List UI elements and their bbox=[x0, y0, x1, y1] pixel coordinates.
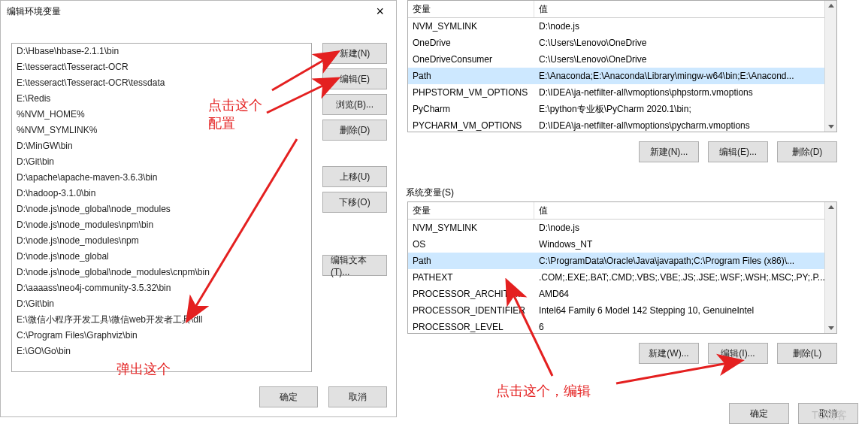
table-row[interactable]: PROCESSOR_ARCHITECT...AMD64 bbox=[408, 286, 836, 302]
final-cancel-button[interactable]: 取消 bbox=[798, 403, 858, 424]
list-item[interactable]: D:\node.js\node_global\node_modules bbox=[12, 201, 311, 217]
cell-variable: PROCESSOR_IDENTIFIER bbox=[408, 302, 534, 319]
sys-delete-button[interactable]: 删除(L) bbox=[777, 343, 837, 364]
table-header: 变量 值 bbox=[408, 1, 836, 18]
dialog-footer: 确定 取消 bbox=[259, 386, 387, 407]
table-row[interactable]: PROCESSOR_LEVEL6 bbox=[408, 319, 836, 334]
table-row[interactable]: PyCharmE:\python专业板\PyCharm 2020.1\bin; bbox=[408, 101, 836, 117]
cell-variable: PATHEXT bbox=[408, 269, 534, 286]
col-value[interactable]: 值 bbox=[534, 1, 836, 17]
list-item[interactable]: C:\Program Files\Graphviz\bin bbox=[12, 328, 311, 344]
list-item[interactable]: D:\node.js\node_modules\npm\bin bbox=[12, 217, 311, 233]
list-item[interactable]: %NVM_SYMLINK% bbox=[12, 123, 311, 138]
dialog-right-buttons: 新建(N) 编辑(E) 浏览(B)... 删除(D) 上移(U) 下移(O) 编… bbox=[322, 43, 387, 276]
list-item[interactable]: D:\aaaass\neo4j-community-3.5.32\bin bbox=[12, 280, 311, 296]
list-item[interactable]: D:\node.js\node_modules\npm bbox=[12, 233, 311, 249]
scrollbar[interactable] bbox=[824, 202, 836, 333]
close-icon[interactable]: × bbox=[370, 5, 390, 18]
cell-value: .COM;.EXE;.BAT;.CMD;.VBS;.VBE;.JS;.JSE;.… bbox=[534, 269, 836, 286]
cell-variable: Path bbox=[408, 68, 534, 84]
delete-button[interactable]: 删除(D) bbox=[322, 120, 387, 141]
list-item[interactable]: E:\Redis bbox=[12, 91, 311, 107]
user-new-button[interactable]: 新建(N)... bbox=[639, 141, 699, 162]
path-listbox[interactable]: D:\Hbase\hbase-2.1.1\binE:\tesseract\Tes… bbox=[11, 43, 312, 372]
sys-edit-button[interactable]: 编辑(I)... bbox=[708, 343, 768, 364]
system-variables-panel: 系统变量(S) 变量 值 NVM_SYMLINKD:\node.jsOSWind… bbox=[404, 186, 866, 427]
list-item[interactable]: D:\Hbase\hbase-2.1.1\bin bbox=[12, 44, 311, 59]
cell-variable: OneDrive bbox=[408, 35, 534, 51]
cell-value: AMD64 bbox=[534, 286, 836, 302]
edit-button[interactable]: 编辑(E) bbox=[322, 68, 387, 89]
cell-value: D:\IDEA\ja-netfilter-all\vmoptions\pycha… bbox=[534, 117, 836, 132]
list-item[interactable]: D:\apache\apache-maven-3.6.3\bin bbox=[12, 170, 311, 186]
cell-value: D:\node.js bbox=[534, 220, 836, 236]
list-item[interactable]: %NVM_HOME% bbox=[12, 107, 311, 123]
table-row[interactable]: NVM_SYMLINKD:\node.js bbox=[408, 18, 836, 35]
col-value[interactable]: 值 bbox=[534, 202, 836, 219]
cell-variable: PROCESSOR_ARCHITECT... bbox=[408, 286, 534, 302]
final-ok-button[interactable]: 确定 bbox=[729, 403, 789, 424]
system-vars-label: 系统变量(S) bbox=[406, 186, 866, 199]
table-row[interactable]: OSWindows_NT bbox=[408, 236, 836, 253]
cell-value: E:\python专业板\PyCharm 2020.1\bin; bbox=[534, 101, 836, 117]
cell-value: 6 bbox=[534, 319, 836, 334]
table-row[interactable]: PathC:\ProgramData\Oracle\Java\javapath;… bbox=[408, 253, 836, 269]
cell-value: C:\ProgramData\Oracle\Java\javapath;C:\P… bbox=[534, 253, 836, 269]
user-vars-table[interactable]: 变量 值 NVM_SYMLINKD:\node.jsOneDriveC:\Use… bbox=[407, 0, 837, 132]
cancel-button[interactable]: 取消 bbox=[328, 386, 387, 407]
edit-env-var-dialog: 编辑环境变量 × D:\Hbase\hbase-2.1.1\binE:\tess… bbox=[0, 0, 397, 417]
table-row[interactable]: PATHEXT.COM;.EXE;.BAT;.CMD;.VBS;.VBE;.JS… bbox=[408, 269, 836, 286]
cell-variable: PHPSTORM_VM_OPTIONS bbox=[408, 84, 534, 101]
edit-text-button[interactable]: 编辑文本(T)... bbox=[322, 255, 387, 276]
table-row[interactable]: PathE:\Anaconda;E:\Anaconda\Library\ming… bbox=[408, 68, 836, 84]
list-item[interactable]: E:\微信小程序开发工具\微信web开发者工具\dll bbox=[12, 312, 311, 328]
cell-value: D:\IDEA\ja-netfilter-all\vmoptions\phpst… bbox=[534, 84, 836, 101]
table-row[interactable]: PROCESSOR_IDENTIFIERIntel64 Family 6 Mod… bbox=[408, 302, 836, 319]
cell-variable: PyCharm bbox=[408, 101, 534, 117]
list-item[interactable]: D:\MinGW\bin bbox=[12, 138, 311, 154]
table-header: 变量 值 bbox=[408, 202, 836, 220]
cell-variable: OneDriveConsumer bbox=[408, 51, 534, 68]
table-row[interactable]: OneDriveConsumerC:\Users\Lenovo\OneDrive bbox=[408, 51, 836, 68]
list-item[interactable]: E:\tesseract\Tesseract-OCR\tessdata bbox=[12, 75, 311, 91]
list-item[interactable]: D:\Git\bin bbox=[12, 296, 311, 312]
user-edit-button[interactable]: 编辑(E)... bbox=[708, 141, 768, 162]
cell-value: E:\Anaconda;E:\Anaconda\Library\mingw-w6… bbox=[534, 68, 836, 84]
col-variable[interactable]: 变量 bbox=[408, 1, 534, 17]
cell-variable: NVM_SYMLINK bbox=[408, 18, 534, 35]
list-item[interactable]: D:\node.js\node_global bbox=[12, 249, 311, 265]
table-row[interactable]: NVM_SYMLINKD:\node.js bbox=[408, 220, 836, 236]
browse-button[interactable]: 浏览(B)... bbox=[322, 94, 387, 115]
cell-value: Intel64 Family 6 Model 142 Stepping 10, … bbox=[534, 302, 836, 319]
system-vars-table[interactable]: 变量 值 NVM_SYMLINKD:\node.jsOSWindows_NTPa… bbox=[407, 201, 837, 334]
cell-variable: Path bbox=[408, 253, 534, 269]
cell-variable: PYCHARM_VM_OPTIONS bbox=[408, 117, 534, 132]
cell-variable: OS bbox=[408, 236, 534, 253]
col-variable[interactable]: 变量 bbox=[408, 202, 534, 219]
table-row[interactable]: OneDriveC:\Users\Lenovo\OneDrive bbox=[408, 35, 836, 51]
user-variables-panel: 变量 值 NVM_SYMLINKD:\node.jsOneDriveC:\Use… bbox=[404, 0, 866, 177]
cell-value: D:\node.js bbox=[534, 18, 836, 35]
table-row[interactable]: PHPSTORM_VM_OPTIONSD:\IDEA\ja-netfilter-… bbox=[408, 84, 836, 101]
move-up-button[interactable]: 上移(U) bbox=[322, 166, 387, 187]
ok-button[interactable]: 确定 bbox=[259, 386, 318, 407]
new-button[interactable]: 新建(N) bbox=[322, 43, 387, 64]
sys-new-button[interactable]: 新建(W)... bbox=[639, 343, 699, 364]
cell-value: C:\Users\Lenovo\OneDrive bbox=[534, 35, 836, 51]
move-down-button[interactable]: 下移(O) bbox=[322, 192, 387, 213]
list-item[interactable]: E:\GO\Go\bin bbox=[12, 344, 311, 359]
scrollbar[interactable] bbox=[824, 1, 836, 132]
dialog-title: 编辑环境变量 bbox=[7, 5, 61, 18]
table-row[interactable]: PYCHARM_VM_OPTIONSD:\IDEA\ja-netfilter-a… bbox=[408, 117, 836, 132]
list-item[interactable]: D:\node.js\node_global\node_modules\cnpm… bbox=[12, 265, 311, 280]
dialog-titlebar: 编辑环境变量 × bbox=[1, 1, 396, 22]
list-item[interactable]: E:\tesseract\Tesseract-OCR bbox=[12, 59, 311, 75]
list-item[interactable]: D:\hadoop-3.1.0\bin bbox=[12, 186, 311, 201]
cell-variable: NVM_SYMLINK bbox=[408, 220, 534, 236]
user-delete-button[interactable]: 删除(D) bbox=[777, 141, 837, 162]
cell-value: Windows_NT bbox=[534, 236, 836, 253]
list-item[interactable]: D:\Git\bin bbox=[12, 154, 311, 170]
cell-value: C:\Users\Lenovo\OneDrive bbox=[534, 51, 836, 68]
cell-variable: PROCESSOR_LEVEL bbox=[408, 319, 534, 334]
